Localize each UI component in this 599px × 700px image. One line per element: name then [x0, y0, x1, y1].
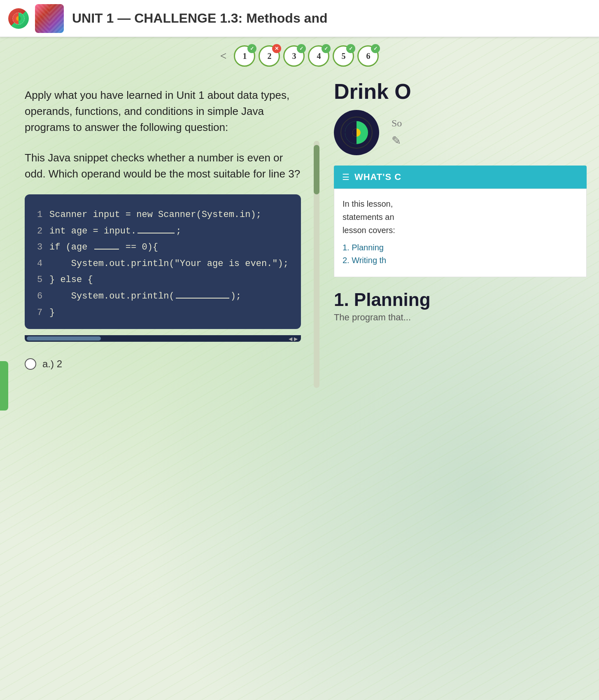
answer-area: a.) 2: [25, 358, 301, 370]
step5-check: ✓: [346, 44, 355, 53]
code-line-4: 4 System.out.println("Your age is even."…: [37, 256, 289, 272]
step6-check: ✓: [371, 44, 380, 53]
planning-title: 1. Planning: [334, 289, 587, 310]
page-title: UNIT 1 — CHALLENGE 1.3: Methods and: [72, 11, 327, 26]
step2-x: ✕: [272, 44, 281, 53]
whats-on-section: ☰ WHAT'S C In this lesson, statements an…: [334, 166, 587, 277]
nav-step-1[interactable]: 1 ✓: [234, 45, 255, 67]
nav-step-6[interactable]: 6 ✓: [357, 45, 379, 67]
answer-label-a: a.) 2: [42, 358, 62, 370]
whats-on-title: WHAT'S C: [354, 172, 401, 182]
code-line-3: 3 if (age == 0){: [37, 239, 289, 256]
nav-step-5[interactable]: 5 ✓: [333, 45, 354, 67]
left-panel: Apply what you have learned in Unit 1 ab…: [0, 71, 322, 700]
code-line-2: 2 int age = input.;: [37, 223, 289, 240]
nav-back-arrow[interactable]: <: [220, 49, 227, 63]
question-intro: Apply what you have learned in Unit 1 ab…: [25, 87, 301, 135]
whats-on-body: In this lesson, statements an lesson cov…: [334, 189, 587, 277]
scroll-left-arrow[interactable]: ◀: [289, 336, 292, 342]
right-panel: Drink O: [322, 71, 599, 700]
answer-radio-a[interactable]: [25, 358, 36, 370]
lesson-intro: In this lesson, statements an lesson cov…: [343, 197, 578, 237]
drink-card: Drink O: [334, 79, 587, 155]
edit-icon[interactable]: ✎: [392, 134, 402, 147]
lesson-planning-link[interactable]: 1. Planning: [343, 243, 578, 252]
panel-scrollbar[interactable]: [314, 141, 319, 388]
scroll-right-arrow[interactable]: ▶: [294, 336, 298, 342]
step3-check: ✓: [297, 44, 306, 53]
code-scrollbar-thumb[interactable]: [27, 336, 101, 341]
question-body: This Java snippet checks whether a numbe…: [25, 150, 301, 182]
planning-subtitle: The program that...: [334, 312, 587, 323]
app-logo: [8, 8, 29, 29]
list-icon: ☰: [342, 172, 350, 182]
planning-section: 1. Planning The program that...: [334, 289, 587, 323]
drink-logo: [334, 110, 379, 155]
nav-step-2[interactable]: 2 ✕: [259, 45, 280, 67]
nav-step-3[interactable]: 3 ✓: [283, 45, 305, 67]
drink-content: So ✎: [334, 110, 587, 155]
step1-check: ✓: [247, 44, 256, 53]
left-indicator: [0, 361, 8, 411]
lesson-writing-link[interactable]: 2. Writing th: [343, 256, 578, 265]
nav-step-4[interactable]: 4 ✓: [308, 45, 329, 67]
code-line-1: 1 Scanner input = new Scanner(System.in)…: [37, 207, 289, 223]
code-scrollbar[interactable]: ◀ ▶: [25, 335, 301, 342]
scrollbar-thumb[interactable]: [314, 145, 319, 194]
header-thumbnail: [35, 4, 64, 33]
nav-bar: < 1 ✓ 2 ✕ 3 ✓ 4 ✓ 5 ✓ 6 ✓: [0, 37, 599, 71]
source-icon[interactable]: So: [392, 118, 402, 129]
whats-on-header: ☰ WHAT'S C: [334, 166, 587, 189]
code-line-5: 5 } else {: [37, 272, 289, 288]
drink-title: Drink O: [334, 79, 587, 104]
main-layout: Apply what you have learned in Unit 1 ab…: [0, 71, 599, 700]
code-block: 1 Scanner input = new Scanner(System.in)…: [25, 194, 301, 329]
code-line-6: 6 System.out.println();: [37, 288, 289, 305]
code-line-7: 7 }: [37, 305, 289, 321]
header: UNIT 1 — CHALLENGE 1.3: Methods and: [0, 0, 599, 37]
step4-check: ✓: [322, 44, 331, 53]
drink-icons: So ✎: [387, 118, 402, 147]
